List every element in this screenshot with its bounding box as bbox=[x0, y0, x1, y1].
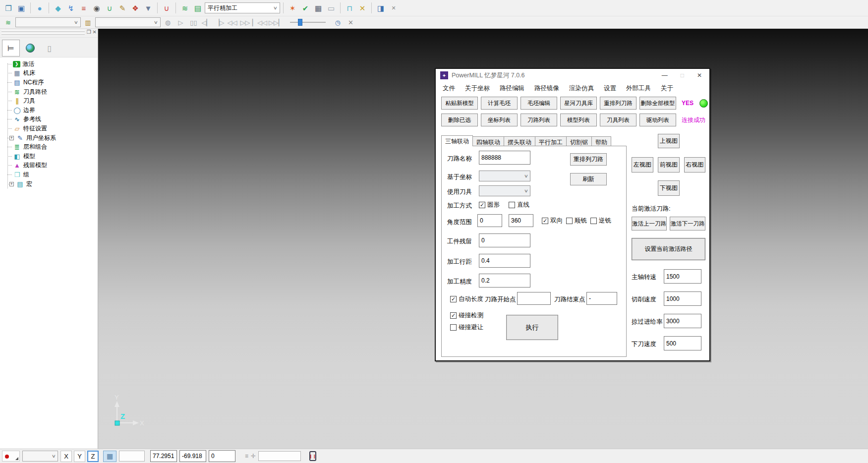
tab-3axis[interactable]: 三轴联动 bbox=[441, 135, 473, 146]
maximize-icon[interactable]: □ bbox=[681, 72, 684, 79]
points-icon[interactable]: ❖ bbox=[129, 2, 141, 13]
float-panel-icon[interactable]: ❐ bbox=[87, 29, 91, 35]
dialog-title-bar[interactable]: ✦ PowerMILL 忆梦星河 7.0.6 — □ ✕ bbox=[436, 69, 709, 82]
toolbar-close-icon[interactable]: ✕ bbox=[388, 2, 400, 13]
collision-check-checkbox[interactable] bbox=[450, 312, 457, 319]
left-view-button[interactable]: 左视图 bbox=[632, 157, 653, 173]
y-coord-field[interactable] bbox=[179, 450, 206, 462]
tree-item-levels[interactable]: ≣层和组合 bbox=[3, 142, 98, 152]
spindle-speed-field[interactable] bbox=[664, 269, 701, 284]
about-menu[interactable]: 关于 bbox=[656, 83, 678, 94]
strategy-combo[interactable]: 平行精加工∨ bbox=[205, 2, 280, 13]
angle-to-input[interactable] bbox=[509, 214, 533, 227]
coord-list-button[interactable]: 坐标列表 bbox=[481, 114, 518, 126]
slider-handle[interactable] bbox=[298, 19, 302, 26]
mode-circle-checkbox[interactable] bbox=[479, 202, 485, 208]
expand-icon[interactable]: + bbox=[9, 182, 14, 186]
boundary-create-icon[interactable]: ∪ bbox=[104, 2, 116, 13]
bottom-view-button[interactable]: 下视图 bbox=[658, 180, 680, 196]
angle-from-input[interactable] bbox=[477, 214, 502, 227]
expand-icon[interactable]: + bbox=[9, 136, 14, 140]
settings-menu[interactable]: 设置 bbox=[599, 83, 621, 94]
simulation-speed-slider[interactable] bbox=[290, 18, 326, 26]
tab-saw[interactable]: 切割锯 bbox=[566, 136, 592, 146]
fast-forward-button[interactable]: ▷▷ bbox=[239, 17, 251, 27]
file-menu[interactable]: 文件 bbox=[438, 83, 460, 94]
feedrate-icon[interactable]: ≡ bbox=[78, 2, 90, 13]
axis-x-button[interactable]: X bbox=[60, 451, 72, 462]
close-icon[interactable]: ✕ bbox=[697, 72, 702, 79]
path-mirror-menu[interactable]: 路径镜像 bbox=[529, 83, 564, 94]
go-end-button[interactable]: ▷▷▏ bbox=[269, 17, 284, 27]
stepover-input[interactable] bbox=[479, 254, 530, 268]
rearrange-toolpath-button[interactable]: 重排列刀路 bbox=[570, 153, 607, 166]
delete-selected-button[interactable]: 删除已选 bbox=[441, 114, 478, 126]
toolpath-name-input[interactable] bbox=[479, 151, 530, 165]
toolpath-verify-icon[interactable]: ✶ bbox=[287, 2, 298, 13]
cutting-feed-field[interactable] bbox=[664, 291, 701, 306]
about-coord-menu[interactable]: 关于坐标 bbox=[460, 83, 495, 94]
start-point-input[interactable] bbox=[517, 292, 551, 305]
tree-item-patterns[interactable]: ∿参考线 bbox=[3, 115, 98, 124]
tree-item-toolpaths[interactable]: ≋刀具路径 bbox=[3, 87, 98, 97]
save-project-icon[interactable]: ▣ bbox=[15, 2, 27, 13]
right-view-button[interactable]: 右视图 bbox=[684, 157, 705, 173]
stock-remain-input[interactable] bbox=[479, 233, 530, 247]
toolpath-sim-combo[interactable]: ∨ bbox=[15, 17, 81, 27]
toolpath-list-button[interactable]: 刀路列表 bbox=[521, 114, 557, 126]
skim-feed-field[interactable] bbox=[664, 314, 701, 328]
path-edit-menu[interactable]: 路径编辑 bbox=[495, 83, 529, 94]
bidirectional-checkbox[interactable] bbox=[542, 218, 548, 224]
tree-item-groups[interactable]: ❒组 bbox=[3, 170, 98, 179]
tolerance-input[interactable] bbox=[479, 274, 530, 288]
collision-check-icon[interactable]: ∪ bbox=[161, 2, 173, 13]
axis-z-button[interactable]: Z bbox=[87, 451, 99, 462]
calculator-icon[interactable]: ▦ bbox=[312, 2, 324, 13]
collision-avoid-checkbox[interactable] bbox=[450, 324, 457, 331]
go-start-button[interactable]: ▏◁◁ bbox=[252, 17, 267, 27]
close-panel-icon[interactable]: ✕ bbox=[93, 29, 97, 35]
tree-item-activate[interactable]: ❯激活 bbox=[3, 59, 98, 69]
tree-item-stock-models[interactable]: ▲残留模型 bbox=[3, 161, 98, 171]
tree-item-boundaries[interactable]: ◯边界 bbox=[3, 106, 98, 115]
step-back-button[interactable]: ◁▏ bbox=[201, 17, 212, 27]
tool-group-icon[interactable]: ▥ bbox=[82, 17, 94, 27]
compute-stock-button[interactable]: 计算毛坯 bbox=[481, 97, 518, 110]
use-tool-select[interactable]: ∨ bbox=[479, 185, 530, 196]
play-button[interactable]: ▷ bbox=[175, 17, 186, 27]
front-view-button[interactable]: 前视图 bbox=[658, 157, 680, 173]
clamp-icon[interactable]: ⊓ bbox=[344, 2, 355, 13]
minimize-icon[interactable]: — bbox=[662, 72, 668, 79]
top-view-button[interactable]: 上视图 bbox=[658, 134, 680, 148]
globe-tab[interactable] bbox=[21, 40, 39, 57]
tool-list-button[interactable]: 刀具列表 bbox=[600, 114, 637, 126]
activate-prev-toolpath-button[interactable]: 激活上一刀路 bbox=[632, 217, 667, 231]
refresh-button[interactable]: 刷新 bbox=[570, 173, 607, 185]
sphere-icon[interactable]: ● bbox=[34, 2, 46, 13]
x-coord-field[interactable] bbox=[150, 450, 177, 462]
xinghe-tool-library-button[interactable]: 星河刀具库 bbox=[560, 97, 597, 110]
status-combo[interactable]: ∨ bbox=[22, 451, 58, 462]
strategy-list-icon[interactable]: ▤ bbox=[192, 2, 204, 13]
record-button[interactable] bbox=[2, 451, 20, 462]
tab-help[interactable]: 帮助 bbox=[591, 136, 611, 146]
step-forward-button[interactable]: ▕▷ bbox=[214, 17, 225, 27]
delete-all-models-button[interactable]: 删除全部模型 bbox=[639, 97, 676, 110]
drive-list-button[interactable]: 驱动列表 bbox=[639, 114, 676, 126]
tool-create-icon[interactable]: ◉ bbox=[91, 2, 103, 13]
auto-length-checkbox[interactable] bbox=[450, 296, 457, 302]
toolpath-sim-icon[interactable]: ≋ bbox=[2, 17, 14, 27]
tool-pair-icon[interactable]: ◨ bbox=[375, 2, 387, 13]
plunge-feed-field[interactable] bbox=[664, 336, 701, 350]
conventional-checkbox[interactable] bbox=[590, 218, 597, 224]
pattern-create-icon[interactable]: ✎ bbox=[116, 2, 128, 13]
open-project-icon[interactable]: ❐ bbox=[2, 2, 14, 13]
tab-parallel[interactable]: 平行加工 bbox=[535, 136, 567, 146]
z-coord-field[interactable] bbox=[209, 450, 235, 462]
activate-next-toolpath-button[interactable]: 激活下一刀路 bbox=[670, 217, 705, 231]
tree-item-feature-sets[interactable]: ▱特征设置 bbox=[3, 124, 98, 133]
tool-holder-icon[interactable]: ▼ bbox=[142, 2, 154, 13]
based-coord-select[interactable]: ∨ bbox=[479, 171, 530, 181]
toolpath-icon[interactable]: ≋ bbox=[179, 2, 191, 13]
rewind-button[interactable]: ◁◁ bbox=[227, 17, 238, 27]
